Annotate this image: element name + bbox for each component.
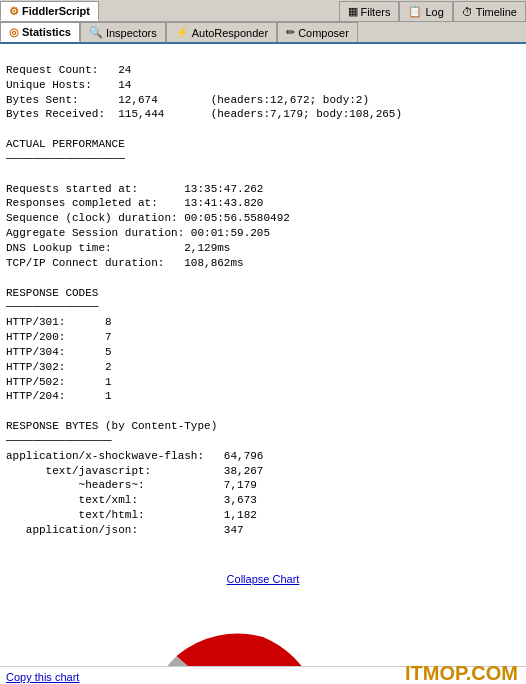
composer-icon: ✏ bbox=[286, 26, 295, 39]
tab-fiddlerscript[interactable]: ⚙ FiddlerScript bbox=[0, 1, 99, 21]
tab-log[interactable]: 📋 Log bbox=[399, 1, 452, 21]
tab-autoresponder-label: AutoResponder bbox=[192, 27, 268, 39]
autoresponder-icon: ⚡ bbox=[175, 26, 189, 39]
tab-autoresponder[interactable]: ⚡ AutoResponder bbox=[166, 22, 277, 42]
tab-log-label: Log bbox=[425, 6, 443, 18]
collapse-chart-link[interactable]: Collapse Chart bbox=[6, 572, 520, 587]
inspectors-icon: 🔍 bbox=[89, 26, 103, 39]
timeline-icon: ⏱ bbox=[462, 6, 473, 18]
watermark: ITMOP.COM bbox=[405, 662, 518, 684]
tab-statistics-label: Statistics bbox=[22, 26, 71, 38]
tab-filters-label: Filters bbox=[361, 6, 391, 18]
tab-composer-label: Composer bbox=[298, 27, 349, 39]
pie-chart-svg: x-shockwave-flash javascript ~headers~ h… bbox=[133, 622, 393, 666]
label-flash: x-shockwave-flash bbox=[327, 624, 386, 666]
filters-icon: ▦ bbox=[348, 5, 358, 18]
statistics-icon: ◎ bbox=[9, 26, 19, 39]
log-icon: 📋 bbox=[408, 5, 422, 18]
pie-chart: x-shockwave-flash javascript ~headers~ h… bbox=[133, 622, 393, 666]
tab-filters[interactable]: ▦ Filters bbox=[339, 1, 400, 21]
tab-timeline[interactable]: ⏱ Timeline bbox=[453, 1, 526, 21]
tab-inspectors[interactable]: 🔍 Inspectors bbox=[80, 22, 166, 42]
stats-content: Request Count: 24 Unique Hosts: 14 Bytes… bbox=[0, 44, 526, 666]
tab-composer[interactable]: ✏ Composer bbox=[277, 22, 358, 42]
segment-xml bbox=[177, 634, 264, 666]
tab-timeline-label: Timeline bbox=[476, 6, 517, 18]
tab-fiddlerscript-label: FiddlerScript bbox=[22, 5, 90, 17]
tab-statistics[interactable]: ◎ Statistics bbox=[0, 22, 80, 42]
tab-inspectors-label: Inspectors bbox=[106, 27, 157, 39]
tab-row-2: ◎ Statistics 🔍 Inspectors ⚡ AutoResponde… bbox=[0, 22, 526, 44]
stats-text: Request Count: 24 Unique Hosts: 14 Bytes… bbox=[6, 64, 402, 536]
tab-row-1: ⚙ FiddlerScript ▦ Filters 📋 Log ⏱ Timeli… bbox=[0, 0, 526, 22]
bottom-bar: Copy this chart ITMOP.COM bbox=[0, 666, 526, 684]
fiddlerscript-icon: ⚙ bbox=[9, 5, 19, 18]
